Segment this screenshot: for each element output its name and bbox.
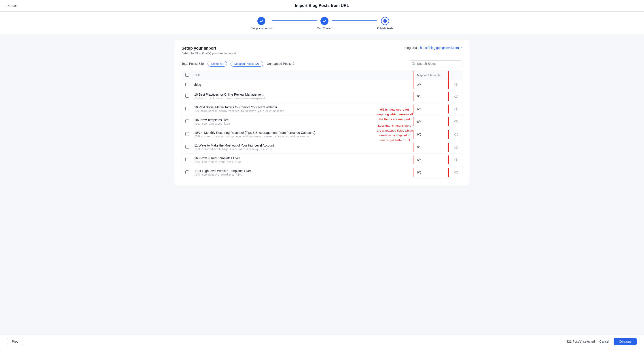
view-icon[interactable]	[454, 132, 459, 137]
view-icon[interactable]	[454, 107, 459, 111]
row-action-cell[interactable]	[449, 117, 462, 127]
post-slug: /8-best-practices-for-online-review-mana…	[194, 97, 410, 100]
table-row: 169 New Funnel Templates Live! /169-new-…	[182, 154, 462, 167]
row-checkbox-cell[interactable]	[182, 104, 191, 114]
card-header-left: Setup your Import Select the Blog Post(s…	[182, 46, 236, 55]
row-checkbox[interactable]	[185, 171, 189, 174]
svg-point-7	[454, 108, 458, 110]
step-circle-publish	[381, 17, 389, 25]
post-slug: /107-new-templates-live	[194, 122, 410, 125]
blog-url-link[interactable]: https://blog.gohighlevel.com	[420, 46, 459, 50]
main-content: Setup your Import Select the Blog Post(s…	[166, 34, 478, 203]
step-map: Map Content	[317, 17, 332, 30]
post-title: 170+ HighLevel Website Templates Live!	[194, 169, 410, 173]
table-row: 170+ HighLevel Website Templates Live! /…	[182, 167, 462, 179]
bottom-right: 821 Post(s) selected Cancel Continue	[566, 338, 637, 345]
row-mapped-cell: 6/6	[413, 168, 449, 177]
view-icon[interactable]	[454, 171, 459, 175]
row-checkbox[interactable]	[185, 94, 189, 98]
row-title-cell: 170+ HighLevel Website Templates Live! /…	[191, 167, 413, 179]
blog-url-label: Blog URL:	[404, 46, 419, 50]
svg-point-12	[456, 134, 457, 135]
select-all-button[interactable]: Select All	[208, 61, 227, 67]
row-checkbox[interactable]	[185, 83, 189, 86]
post-slug: /10-paid-social-media-tactics-to-promote…	[194, 109, 410, 113]
stepper-section: Setup your Import Map Content Publish Po…	[0, 12, 644, 34]
cancel-button[interactable]: Cancel	[599, 340, 609, 343]
view-icon[interactable]	[454, 145, 459, 150]
post-slug: /169-new-funnel-templates-live	[194, 160, 410, 164]
unmapped-posts-text: Unmapped Posts: 9	[267, 62, 294, 65]
row-checkbox-cell[interactable]	[182, 142, 191, 152]
row-action-cell[interactable]	[449, 91, 462, 101]
post-title: 10K In Monthly Recurring Revenue! (Tips …	[194, 131, 410, 135]
row-title-cell: 10 Paid Social Media Tactics to Promote …	[191, 103, 413, 115]
row-checkbox-cell[interactable]	[182, 168, 191, 177]
table-header: Title Mapped Elements	[182, 71, 462, 80]
row-action-cell[interactable]	[449, 168, 462, 177]
view-icon[interactable]	[454, 120, 459, 124]
table-row: 10K In Monthly Recurring Revenue! (Tips …	[182, 128, 462, 141]
prev-button[interactable]: Prev	[7, 338, 23, 345]
main-card: Setup your Import Select the Blog Post(s…	[174, 40, 470, 186]
row-mapped-cell: 6/6	[413, 156, 449, 165]
search-input-wrap[interactable]	[409, 60, 462, 67]
post-title: 107 New Templates Live!	[194, 118, 410, 122]
step-publish: Publish Posts	[377, 17, 393, 30]
total-posts-text: Total Posts: 830	[182, 62, 204, 65]
row-checkbox[interactable]	[185, 107, 189, 110]
svg-point-3	[454, 84, 458, 86]
post-slug: /get-started-with-high-level-with-these-…	[194, 148, 410, 151]
row-checkbox-cell[interactable]	[182, 117, 191, 127]
svg-point-13	[454, 146, 458, 149]
total-posts-value: 830	[198, 62, 204, 65]
row-action-cell[interactable]	[449, 104, 462, 114]
svg-point-4	[456, 84, 457, 86]
header-title-col: Title	[191, 71, 413, 80]
view-icon[interactable]	[454, 94, 459, 99]
svg-point-16	[456, 160, 457, 161]
post-slug: /177-new-website-templates-live	[194, 173, 410, 176]
view-icon[interactable]	[454, 83, 459, 87]
search-icon	[412, 62, 415, 65]
svg-point-17	[454, 171, 458, 174]
row-checkbox-cell[interactable]	[182, 91, 191, 101]
row-checkbox-cell[interactable]	[182, 80, 191, 90]
row-checkbox[interactable]	[185, 158, 189, 161]
header-checkbox-col	[182, 71, 191, 80]
search-input[interactable]	[417, 62, 460, 65]
header-mapped-col: Mapped Elements	[413, 71, 449, 80]
back-button[interactable]: ‹ < Back	[5, 4, 18, 7]
table-rows-container: /blog 2/6 10 Best Practices for Online R…	[182, 80, 462, 179]
blog-url-container: Blog URL: https://blog.gohighlevel.com ↗	[404, 46, 462, 50]
row-mapped-cell: 6/6	[413, 117, 449, 126]
select-all-checkbox[interactable]	[185, 73, 189, 77]
post-title: 169 New Funnel Templates Live!	[194, 156, 410, 160]
continue-button[interactable]: Continue	[614, 338, 637, 345]
row-action-cell[interactable]	[449, 130, 462, 139]
row-action-cell[interactable]	[449, 155, 462, 165]
setup-subtitle: Select the Blog Post(s) you want to Impo…	[182, 52, 236, 55]
view-icon[interactable]	[454, 158, 459, 162]
svg-point-5	[454, 95, 458, 98]
bottom-bar: Prev 821 Post(s) selected Cancel Continu…	[0, 335, 644, 348]
mapped-posts-button[interactable]: Mapped Posts: 821	[230, 61, 263, 67]
row-action-cell[interactable]	[449, 80, 462, 90]
row-checkbox[interactable]	[185, 145, 189, 149]
step-circle-setup	[258, 17, 266, 25]
row-title-cell: 169 New Funnel Templates Live! /169-new-…	[191, 154, 413, 166]
row-mapped-cell: 2/6	[413, 80, 449, 89]
row-action-cell[interactable]	[449, 142, 462, 152]
svg-point-14	[456, 147, 457, 148]
back-label: < Back	[8, 4, 18, 7]
row-checkbox[interactable]	[185, 120, 189, 123]
row-title-cell: /blog	[191, 80, 413, 90]
posts-table: Title Mapped Elements /blog 2/6	[182, 71, 462, 179]
row-checkbox-cell[interactable]	[182, 155, 191, 165]
row-checkbox-cell[interactable]	[182, 130, 191, 139]
svg-point-8	[456, 109, 457, 110]
row-checkbox[interactable]	[185, 132, 189, 136]
row-title-cell: 107 New Templates Live! /107-new-templat…	[191, 116, 413, 128]
post-title: 11 Ways to Make the Most out of Your Hig…	[194, 144, 410, 147]
step-label-publish: Publish Posts	[377, 27, 393, 30]
